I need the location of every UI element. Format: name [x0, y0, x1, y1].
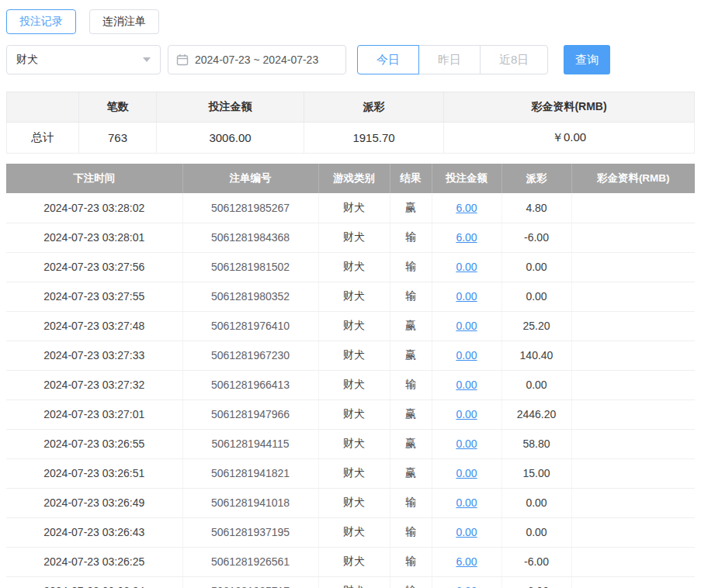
bet-amount-link[interactable]: 0.00	[456, 408, 477, 420]
cell-payout: -6.00	[501, 223, 571, 252]
cell-payout: 58.80	[501, 429, 571, 458]
date-range-value: 2024-07-23 ~ 2024-07-23	[195, 54, 318, 66]
cell-order-id: 5061281984368	[182, 223, 318, 252]
cell-bonus	[571, 458, 695, 488]
cell-bonus	[571, 576, 695, 588]
cell-payout: 2446.20	[501, 399, 571, 429]
bet-amount-link[interactable]: 0.00	[456, 261, 477, 273]
table-row: 2024-07-23 03:27:555061281980352财犬输0.000…	[6, 282, 695, 311]
table-row: 2024-07-23 03:27:565061281981502财犬输0.000…	[6, 252, 695, 282]
summary-total-bet: 3006.00	[157, 123, 304, 154]
summary-total-count: 763	[79, 123, 157, 154]
bet-amount-link[interactable]: 0.00	[456, 290, 477, 303]
cell-bonus	[571, 370, 695, 399]
summary-total-label: 总计	[7, 123, 79, 154]
cell-order-id: 5061281926561	[182, 547, 318, 576]
summary-header-bet: 投注金额	[157, 92, 304, 123]
cell-bet-time: 2024-07-23 03:27:32	[6, 370, 182, 399]
date-quick-buttons: 今日 昨日 近8日	[357, 45, 548, 74]
bet-amount-link[interactable]: 0.00	[456, 526, 477, 538]
cell-bet-time: 2024-07-23 03:26:43	[6, 517, 182, 547]
summary-header-row: 笔数 投注金额 派彩 彩金资料(RMB)	[7, 92, 695, 123]
yesterday-button[interactable]: 昨日	[418, 45, 481, 74]
summary-header-payout: 派彩	[304, 92, 444, 123]
cell-bet-amount: 0.00	[432, 517, 501, 547]
cell-result: 赢	[390, 193, 432, 223]
table-row: 2024-07-23 03:26:255061281926561财犬输6.00-…	[6, 547, 695, 576]
bet-amount-link[interactable]: 0.00	[456, 349, 477, 361]
cell-payout: 0.00	[501, 488, 571, 517]
cell-result: 输	[390, 223, 432, 252]
cell-bonus	[571, 547, 695, 576]
cell-result: 赢	[390, 458, 432, 488]
bet-amount-link[interactable]: 0.00	[456, 320, 477, 332]
cell-order-id: 5061281967230	[182, 341, 318, 370]
cell-bonus	[571, 429, 695, 458]
cell-order-id: 5061281925717	[182, 576, 318, 588]
summary-total-payout: 1915.70	[304, 123, 444, 154]
bet-amount-link[interactable]: 6.00	[456, 202, 477, 214]
cell-bonus	[571, 223, 695, 252]
cell-bet-amount: 0.00	[432, 488, 501, 517]
bet-amount-link[interactable]: 0.00	[456, 438, 477, 450]
bet-amount-link[interactable]: 0.00	[456, 379, 477, 391]
cell-bet-time: 2024-07-23 03:26:25	[6, 547, 182, 576]
summary-header-count: 笔数	[79, 92, 157, 123]
bet-table-body: 2024-07-23 03:28:025061281985267财犬赢6.004…	[6, 193, 695, 588]
cell-game-type: 财犬	[318, 517, 390, 547]
header-result: 结果	[390, 164, 432, 193]
tab-betting-records[interactable]: 投注记录	[6, 9, 76, 34]
cell-bet-amount: 6.00	[432, 193, 501, 223]
cell-result: 赢	[390, 311, 432, 341]
table-row: 2024-07-23 03:27:335061281967230财犬赢0.001…	[6, 341, 695, 370]
table-row: 2024-07-23 03:26:515061281941821财犬赢0.001…	[6, 458, 695, 488]
cell-bet-amount: 6.00	[432, 576, 501, 588]
cell-bet-amount: 6.00	[432, 547, 501, 576]
cell-order-id: 5061281981502	[182, 252, 318, 282]
cell-result: 赢	[390, 341, 432, 370]
cell-bet-amount: 0.00	[432, 399, 501, 429]
cell-payout: 140.40	[501, 341, 571, 370]
bet-amount-link[interactable]: 6.00	[456, 555, 477, 568]
calendar-icon	[176, 54, 189, 66]
cell-order-id: 5061281937195	[182, 517, 318, 547]
cell-bet-amount: 6.00	[432, 223, 501, 252]
game-select[interactable]: 财犬	[6, 45, 161, 74]
tab-cancelled-orders[interactable]: 连消注单	[89, 9, 159, 34]
cell-bet-time: 2024-07-23 03:27:33	[6, 341, 182, 370]
bet-amount-link[interactable]: 6.00	[456, 231, 477, 244]
cell-order-id: 5061281980352	[182, 282, 318, 311]
last-8-days-button[interactable]: 近8日	[480, 45, 548, 74]
cell-payout: 0.00	[501, 370, 571, 399]
cell-game-type: 财犬	[318, 488, 390, 517]
cell-game-type: 财犬	[318, 252, 390, 282]
summary-total-row: 总计 763 3006.00 1915.70 ￥0.00	[7, 123, 695, 154]
cell-payout: 0.00	[501, 282, 571, 311]
cell-game-type: 财犬	[318, 576, 390, 588]
header-bet-amount: 投注金额	[432, 164, 501, 193]
cell-game-type: 财犬	[318, 458, 390, 488]
search-button[interactable]: 查询	[564, 45, 610, 74]
cell-bet-time: 2024-07-23 03:27:01	[6, 399, 182, 429]
cell-bet-time: 2024-07-23 03:26:51	[6, 458, 182, 488]
bet-amount-link[interactable]: 6.00	[456, 585, 477, 588]
cell-bonus	[571, 193, 695, 223]
cell-order-id: 5061281966413	[182, 370, 318, 399]
cell-bet-time: 2024-07-23 03:27:56	[6, 252, 182, 282]
cell-order-id: 5061281947966	[182, 399, 318, 429]
date-range-input[interactable]: 2024-07-23 ~ 2024-07-23	[168, 45, 346, 74]
bet-amount-link[interactable]: 0.00	[456, 467, 477, 479]
summary-total-bonus: ￥0.00	[444, 123, 695, 154]
cell-bet-time: 2024-07-23 03:27:48	[6, 311, 182, 341]
cell-order-id: 5061281944115	[182, 429, 318, 458]
bet-amount-link[interactable]: 0.00	[456, 496, 477, 509]
today-button[interactable]: 今日	[357, 45, 419, 74]
cell-game-type: 财犬	[318, 341, 390, 370]
cell-bonus	[571, 282, 695, 311]
cell-bonus	[571, 311, 695, 341]
cell-result: 输	[390, 517, 432, 547]
cell-bet-amount: 0.00	[432, 282, 501, 311]
cell-bet-time: 2024-07-23 03:28:01	[6, 223, 182, 252]
cell-game-type: 财犬	[318, 311, 390, 341]
cell-payout: 0.00	[501, 517, 571, 547]
